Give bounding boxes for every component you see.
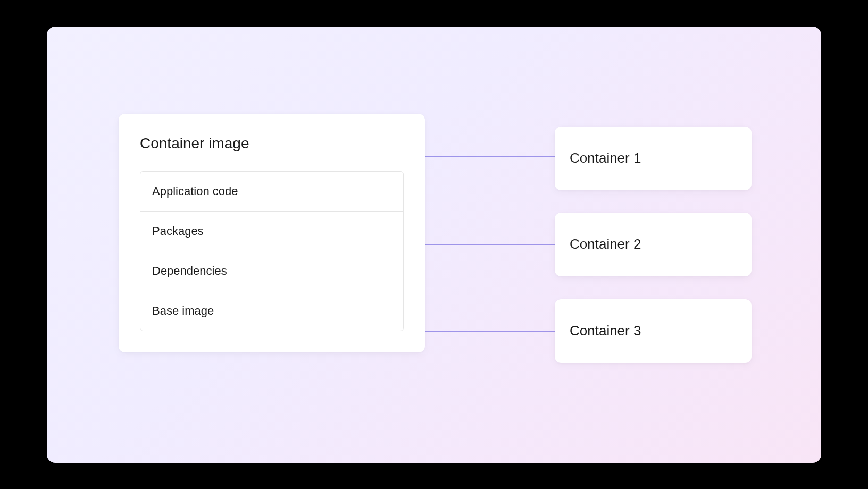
container-image-title: Container image (140, 135, 404, 152)
layer-item: Base image (140, 291, 403, 331)
layer-item: Application code (140, 172, 403, 212)
container-instance-card: Container 2 (555, 213, 752, 276)
container-instance-card: Container 3 (555, 299, 752, 363)
container-image-card: Container image Application code Package… (119, 114, 425, 352)
container-label: Container 3 (570, 323, 641, 339)
container-label: Container 2 (570, 236, 641, 252)
container-label: Container 1 (570, 150, 641, 166)
diagram-canvas: Container image Application code Package… (47, 27, 821, 463)
container-instance-card: Container 1 (555, 127, 752, 190)
layer-item: Dependencies (140, 251, 403, 291)
layer-item: Packages (140, 212, 403, 251)
layer-stack: Application code Packages Dependencies B… (140, 171, 404, 331)
